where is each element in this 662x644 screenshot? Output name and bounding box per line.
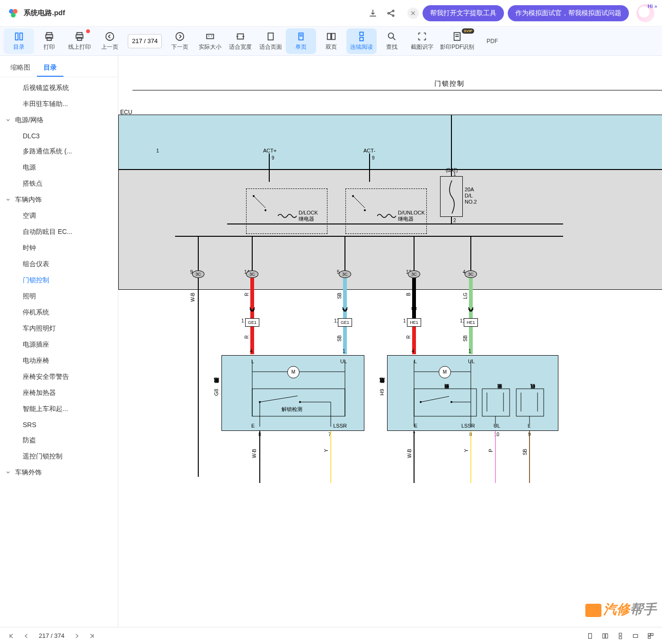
view-mode-5-icon[interactable] <box>643 629 658 643</box>
signal-label: ACT- <box>363 148 375 153</box>
toolbar-fit-page-button[interactable]: 适合页面 <box>256 28 286 54</box>
download-icon[interactable] <box>364 4 382 22</box>
wire-label: LG <box>463 293 468 299</box>
pin-number: 9 <box>272 155 274 161</box>
toolbar-actual-size-button[interactable]: 实际大小 <box>195 28 225 54</box>
toolbar-fit-width-button[interactable]: 适合宽度 <box>225 28 256 54</box>
svg-rect-65 <box>589 633 592 638</box>
view-mode-2-icon[interactable] <box>598 629 613 643</box>
page-indicator: 217 / 374 <box>39 632 64 639</box>
svg-point-31 <box>364 209 366 211</box>
svg-rect-21 <box>332 33 335 39</box>
sidebar-item[interactable]: 自动防眩目 EC... <box>0 224 118 240</box>
module-id: H9 左前车门门锁总成 <box>379 387 386 395</box>
toolbar: 目录 打印 线上打印 上一页 217 / 374 下一页 实际大小 适合宽度 适… <box>0 27 662 56</box>
svg-rect-67 <box>606 634 608 638</box>
toolbar-print-button[interactable]: 打印 <box>34 28 64 54</box>
view-mode-3-icon[interactable] <box>613 629 628 643</box>
ai-suggestion-button-1[interactable]: 帮我打开文字提取工具 <box>423 5 504 21</box>
toolbar-outline-button[interactable]: 目录 <box>4 28 34 54</box>
sidebar-item[interactable]: 智能上车和起... <box>0 401 118 417</box>
sidebar-tab-thumbnails[interactable]: 缩略图 <box>4 60 37 77</box>
toolbar-search-button[interactable]: 查找 <box>377 28 407 54</box>
svip-badge-icon: SVIP <box>462 28 474 34</box>
svg-rect-51 <box>414 389 477 416</box>
prev-page-button[interactable] <box>19 629 34 643</box>
svg-point-3 <box>388 12 389 14</box>
sidebar-item[interactable]: 座椅安全带警告 <box>0 369 118 385</box>
sidebar-item[interactable]: 电动座椅 <box>0 353 118 369</box>
wire-label: SB <box>337 335 342 341</box>
toolbar-page-counter[interactable]: 217 / 374 <box>128 34 162 48</box>
sidebar-item[interactable]: 停机系统 <box>0 304 118 321</box>
notification-badge-icon <box>86 29 90 33</box>
view-mode-1-icon[interactable] <box>583 629 598 643</box>
sidebar: 缩略图 目录 后视镜监视系统丰田驻车辅助...电源/网络DLC3多路通信系统 (… <box>0 56 118 627</box>
document-canvas[interactable]: 门锁控制ECU1ACT+9ACT-9 D/LOCK继电器 D/UNLOCK继电器… <box>118 56 662 627</box>
pin-number: 9 <box>372 155 375 161</box>
sidebar-section-header[interactable]: 电源/网络 <box>0 112 118 128</box>
toolbar-double-page-button[interactable]: 双页 <box>316 28 346 54</box>
sidebar-item[interactable]: 时钟 <box>0 240 118 256</box>
svg-rect-53 <box>516 389 544 416</box>
ai-close-button[interactable]: ✕ <box>407 8 419 19</box>
svg-line-26 <box>254 196 265 208</box>
sidebar-item[interactable]: 防盗 <box>0 432 118 448</box>
sidebar-outline-tree[interactable]: 后视镜监视系统丰田驻车辅助...电源/网络DLC3多路通信系统 (...电源搭铁… <box>0 77 118 627</box>
sidebar-item[interactable]: 门锁控制 <box>0 272 118 288</box>
svg-rect-70 <box>633 634 637 637</box>
svg-rect-23 <box>360 37 363 40</box>
sidebar-section-header[interactable]: 车辆内饰 <box>0 192 118 208</box>
sidebar-item[interactable]: 后视镜监视系统 <box>0 80 118 96</box>
toolbar-continuous-button[interactable]: 连续阅读 <box>346 28 377 54</box>
svg-point-28 <box>265 209 266 211</box>
user-avatar[interactable]: Hi » <box>636 4 654 22</box>
svg-line-54 <box>421 396 449 402</box>
sidebar-item[interactable]: 车内照明灯 <box>0 321 118 337</box>
toolbar-scan-ocr-button[interactable]: 影印PDF识别 SVIP <box>437 28 477 54</box>
sidebar-item[interactable]: SRS <box>0 417 118 432</box>
toolbar-prev-page-button[interactable]: 上一页 <box>95 28 125 54</box>
toolbar-pdf-button[interactable]: PDF <box>477 28 507 54</box>
view-mode-4-icon[interactable] <box>628 629 643 643</box>
ai-suggestion-button-2[interactable]: 作为模拟面试官，帮我模拟面试问题 <box>508 5 629 21</box>
last-page-button[interactable] <box>84 629 99 643</box>
svg-point-27 <box>253 195 255 197</box>
toolbar-print-online-button[interactable]: 线上打印 <box>64 28 95 54</box>
connector-box: GE1 <box>245 318 259 327</box>
sidebar-item[interactable]: DLC3 <box>0 128 118 143</box>
connector-box: HE1 <box>407 318 421 327</box>
signal-label: 1 <box>156 148 159 153</box>
wire-label: B <box>406 293 411 296</box>
toolbar-single-page-button[interactable]: 单页 <box>286 28 316 54</box>
svg-point-2 <box>11 13 16 18</box>
sidebar-item[interactable]: 丰田驻车辅助... <box>0 96 118 112</box>
svg-rect-18 <box>268 33 274 40</box>
svg-rect-7 <box>20 33 23 40</box>
sidebar-item[interactable]: 组合仪表 <box>0 256 118 272</box>
module-box: L UL M 解锁检测 E LSSR <box>221 355 364 431</box>
file-title: 系统电路.pdf <box>24 9 65 18</box>
header-bar: 系统电路.pdf ✕ 帮我打开文字提取工具 作为模拟面试官，帮我模拟面试问题 H… <box>0 0 662 27</box>
module-box: L UL M 解锁检测 锁止检测 门锁电机 E LSSR UL L <box>387 355 558 431</box>
sidebar-item[interactable]: 搭铁点 <box>0 176 118 192</box>
connector-box: GE1 <box>338 318 352 327</box>
share-icon[interactable] <box>382 4 400 22</box>
sidebar-item[interactable]: 照明 <box>0 288 118 304</box>
sidebar-item[interactable]: 多路通信系统 (... <box>0 143 118 160</box>
next-page-button[interactable] <box>69 629 84 643</box>
sidebar-item[interactable]: 空调 <box>0 208 118 224</box>
toolbar-next-page-button[interactable]: 下一页 <box>165 28 195 54</box>
sidebar-section-header[interactable]: 车辆外饰 <box>0 465 118 481</box>
first-page-button[interactable] <box>4 629 19 643</box>
sidebar-item[interactable]: 座椅加热器 <box>0 385 118 401</box>
sidebar-tab-outline[interactable]: 目录 <box>37 60 63 77</box>
toolbar-crop-ocr-button[interactable]: 截图识字 <box>407 28 437 54</box>
svg-rect-73 <box>648 636 651 638</box>
sidebar-item[interactable]: 遥控门锁控制 <box>0 448 118 465</box>
svg-rect-68 <box>619 633 621 635</box>
watermark: 汽修帮手 <box>585 600 656 618</box>
sidebar-item[interactable]: 电源插座 <box>0 337 118 353</box>
connector-oval: 3C <box>192 270 204 278</box>
sidebar-item[interactable]: 电源 <box>0 160 118 176</box>
